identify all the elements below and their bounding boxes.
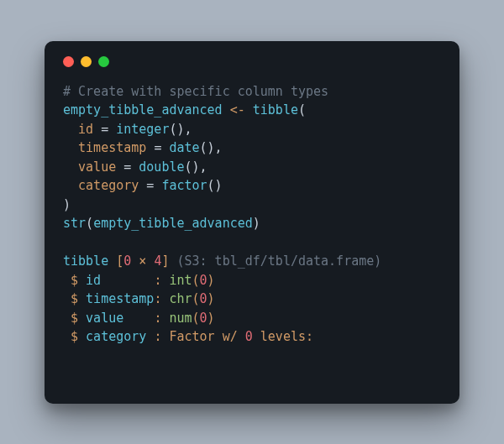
paren: ) [253,216,260,231]
out-type-num: num [169,311,192,326]
out-col-value: value [86,311,154,326]
eq: = [101,122,108,137]
eq: = [123,159,131,175]
terminal-window: # Create with specific column types empt… [45,41,459,404]
out-col-id: id [86,273,154,288]
paren: ) [63,197,71,212]
tibble-fn: tibble [253,102,298,118]
out-dollar: $ [63,329,86,344]
out-dollar: $ [63,311,86,326]
paren: (), [185,159,207,175]
out-zero: 0 [200,311,207,326]
out-paren: ) [207,291,215,306]
out-paren: ( [192,291,200,306]
out-colon: : [154,329,169,344]
arg-value: value [78,159,116,175]
out-levels: levels: [253,329,313,344]
str-arg: empty_tibble_advanced [93,216,253,231]
paren: (), [200,140,223,155]
out-col-category: category [86,329,154,344]
out-zero: 0 [200,291,207,306]
paren: ( [298,102,306,118]
arg-id: id [78,122,93,137]
date-fn: date [169,140,199,155]
close-icon[interactable] [63,56,74,67]
out-paren: ) [207,311,215,326]
paren: ( [86,216,93,231]
window-controls [63,56,441,67]
minimize-icon[interactable] [81,56,92,67]
comment-line: # Create with specific column types [63,84,328,99]
out-bracket: [ [116,253,123,269]
out-tibble: tibble [63,253,108,269]
out-rows: 0 [123,253,131,269]
out-zero: 0 [200,273,207,288]
out-type-int: int [169,273,192,288]
eq: = [154,140,161,155]
out-times: × [139,253,146,269]
out-bracket: ] [161,253,169,269]
out-paren: ( [192,273,200,288]
code-block: # Create with specific column types empt… [63,82,441,347]
double-fn: double [139,159,184,175]
out-factor: Factor w/ [169,329,244,344]
out-dollar: $ [63,273,86,288]
str-fn: str [63,216,86,231]
out-dollar: $ [63,291,86,306]
out-colon: : [154,291,169,306]
out-paren: ) [207,273,215,288]
out-col-timestamp: timestamp [86,291,154,306]
integer-fn: integer [116,122,169,137]
paren: (), [169,122,192,137]
out-type-chr: chr [169,291,192,306]
factor-fn: factor [161,178,207,193]
arg-timestamp: timestamp [78,140,146,155]
arg-category: category [78,178,139,193]
out-colon: : [154,311,169,326]
assign-op: <- [230,102,245,118]
maximize-icon[interactable] [98,56,109,67]
out-colon: : [154,273,169,288]
out-s3: (S3: tbl_df/tbl/data.frame) [176,253,381,269]
eq: = [146,178,154,193]
variable-name: empty_tibble_advanced [63,102,223,118]
out-paren: ( [192,311,200,326]
paren: () [207,178,223,193]
out-zero: 0 [245,329,253,344]
